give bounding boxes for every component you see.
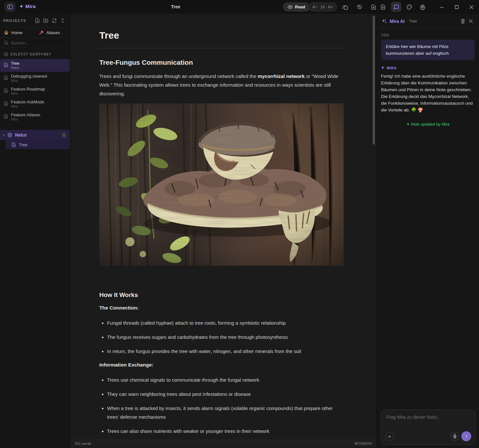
file-icon [4, 114, 8, 120]
editor-mode: WYSIWYG [355, 442, 372, 445]
font-size-value: 16 [320, 5, 325, 9]
sync-button[interactable] [50, 17, 58, 24]
recent-item-subtitle: Mira [11, 117, 40, 121]
recent-section-header: ZULETZT GEÖFFNET [0, 49, 70, 59]
caret-down-icon[interactable]: ▾ [3, 133, 5, 137]
ai-panel-title: Mira AI [390, 19, 405, 24]
search-input[interactable] [11, 41, 59, 45]
home-icon [4, 30, 9, 35]
font-increase-button[interactable]: A+ [328, 5, 333, 9]
ai-chat-input[interactable] [386, 415, 469, 429]
arrow-up-icon: ↑ [465, 434, 468, 439]
user-message: Erkläre hier wie Bäume mit Pilze kummunz… [381, 40, 475, 60]
export-button[interactable] [370, 4, 377, 11]
theme-button[interactable] [406, 4, 413, 11]
aliases-tab-label: Aliases [46, 30, 60, 35]
new-folder-button[interactable] [42, 17, 50, 24]
recent-item-subtitle: Mira [11, 104, 44, 109]
ai-chat-toggle-button[interactable] [391, 2, 401, 12]
clear-chat-button[interactable] [459, 17, 467, 25]
connection-label: The Connection: [99, 305, 344, 311]
recent-item-title: Feature-Aliases [11, 112, 40, 117]
sync-icon [52, 18, 57, 23]
recent-item-debugging[interactable]: Debugging.cleaned Mira [0, 72, 70, 85]
sparkle-icon: ✦ [19, 4, 24, 9]
bracket-fungus-on-tree-image [99, 103, 344, 266]
font-decrease-button[interactable]: A− [312, 5, 318, 9]
read-label: Read [295, 5, 305, 9]
close-panel-button[interactable] [467, 17, 474, 25]
how-it-works-heading: How It Works [99, 291, 344, 299]
search-box[interactable] [0, 38, 70, 48]
settings-button[interactable] [419, 4, 426, 11]
list-item: The fungus receives sugars and carbohydr… [107, 333, 344, 341]
file-icon [4, 101, 8, 107]
new-note-button[interactable] [33, 17, 42, 24]
ai-input-box[interactable]: + ↑ [381, 410, 475, 445]
list-item: Trees can also share nutrients with weak… [107, 427, 344, 435]
voice-input-button[interactable] [450, 432, 459, 441]
recent-item-title: Tree [11, 61, 20, 66]
plus-icon: + [388, 434, 391, 439]
recent-item-tree[interactable]: Tree Natur [0, 59, 70, 72]
sort-button[interactable] [58, 17, 67, 24]
document-icon [381, 4, 386, 10]
folder-count-badge: 1 [61, 132, 67, 138]
file-icon [12, 142, 16, 147]
statusbar: 251 words WYSIWYG [70, 440, 376, 447]
copy-button[interactable] [342, 4, 349, 11]
app-window: ✦Mira Tree Read A− 16 A+ [0, 0, 479, 448]
send-button[interactable]: ↑ [461, 431, 471, 441]
outline-button[interactable] [379, 4, 386, 11]
list-item: Trees use chemical signals to communicat… [107, 376, 344, 384]
list-item: When a tree is attacked by insects, it s… [107, 404, 344, 421]
font-size-control: A− 16 A+ [308, 3, 337, 11]
folder-plus-icon [43, 18, 48, 23]
history-button[interactable] [356, 4, 363, 11]
app-name: Mira [25, 4, 36, 9]
read-mode-button[interactable]: Read [283, 3, 310, 11]
close-window-button[interactable] [467, 3, 475, 11]
folder-natur[interactable]: ▾ Natur 1 [0, 130, 70, 140]
copy-icon [343, 5, 348, 10]
attach-button[interactable]: + [385, 432, 394, 441]
recent-header-label: ZULETZT GEÖFFNET [10, 52, 52, 56]
recent-item-title: Feature-AskMode [11, 100, 44, 104]
recent-item-askmode[interactable]: Feature-AskMode Mira [0, 98, 70, 110]
sidebar: PROJECTS [0, 14, 70, 448]
file-plus-icon [35, 18, 40, 23]
recent-item-title: Debugging.cleaned [11, 74, 47, 79]
document: Tree Tree-Fungus Communication Trees and… [99, 14, 344, 448]
connection-list: Fungal threads (called hyphae) attach to… [99, 319, 344, 356]
sidebar-tab-home[interactable]: Home [0, 27, 35, 38]
search-icon [4, 41, 8, 45]
recent-item-roadmap[interactable]: Feature-Roadmap Mira [0, 85, 70, 98]
minimize-button[interactable] [438, 3, 445, 11]
minimize-icon [440, 5, 444, 9]
editor-pane[interactable]: Tree Tree-Fungus Communication Trees and… [70, 14, 376, 448]
section-heading: Tree-Fungus Communication [99, 59, 344, 66]
eye-icon [288, 5, 293, 9]
history-icon [357, 4, 362, 10]
folder-child-tree[interactable]: Tree [6, 140, 70, 149]
mira-message: Fertig! Ich habe eine ausführliche engli… [381, 73, 475, 113]
note-updated-status: ✦ Note updated by Mira [381, 122, 475, 127]
trash-icon [461, 19, 465, 24]
gear-icon [420, 4, 425, 10]
maximize-button[interactable] [453, 3, 461, 11]
intro-paragraph: Trees and fungi communicate through an u… [99, 72, 344, 98]
palette-icon [406, 4, 412, 10]
editor-scrollbar[interactable] [373, 16, 375, 145]
ai-context-label: · Tree [407, 19, 459, 24]
sidebar-tab-aliases[interactable]: Aliases [35, 27, 70, 38]
list-item: Fungal threads (called hyphae) attach to… [107, 319, 344, 327]
exchange-label: Information Exchange: [99, 362, 344, 368]
clock-icon [4, 52, 8, 56]
close-icon [469, 19, 473, 23]
layers-icon [7, 132, 13, 138]
pushpin-icon [39, 30, 44, 35]
mira-label-text: MIRA [387, 66, 397, 70]
recent-item-aliases[interactable]: Feature-Aliases Mira [0, 110, 70, 123]
projects-header: PROJECTS [0, 14, 70, 27]
sidebar-toggle-button[interactable] [5, 2, 15, 12]
